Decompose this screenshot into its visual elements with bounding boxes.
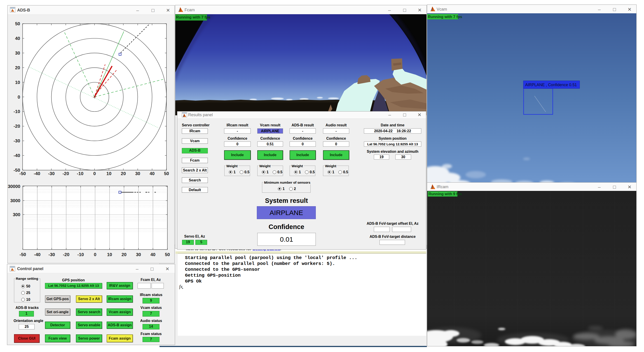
svg-text:30000: 30000 (8, 184, 20, 189)
svg-text:30: 30 (135, 171, 140, 176)
svg-text:10: 10 (107, 252, 112, 257)
svg-text:AIRPLANE , Confidence 0.51: AIRPLANE , Confidence 0.51 (525, 83, 577, 87)
svg-text:40: 40 (15, 36, 20, 41)
svg-text:10: 10 (15, 80, 20, 85)
svg-text:Running with 7 fps: Running with 7 fps (428, 15, 462, 19)
svg-text:-30: -30 (14, 138, 20, 143)
svg-text:30: 30 (15, 50, 20, 55)
svg-text:30: 30 (136, 252, 141, 257)
svg-text:-40: -40 (34, 171, 40, 176)
svg-text:-50: -50 (20, 252, 26, 257)
svg-text:0: 0 (18, 95, 20, 100)
svg-text:-40: -40 (14, 153, 20, 158)
svg-text:-10: -10 (77, 171, 83, 176)
svg-text:50: 50 (164, 171, 169, 176)
svg-text:40: 40 (150, 171, 154, 176)
svg-text:40: 40 (150, 252, 156, 257)
svg-text:3000: 3000 (10, 198, 20, 203)
svg-text:0: 0 (94, 252, 96, 257)
svg-text:20: 20 (121, 171, 126, 176)
svg-text:10: 10 (106, 171, 111, 176)
svg-text:-50: -50 (20, 171, 26, 176)
svg-text:300: 300 (13, 212, 20, 217)
svg-text:-10: -10 (14, 109, 20, 114)
svg-text:-10: -10 (78, 252, 84, 257)
svg-text:20: 20 (122, 252, 126, 257)
svg-text:-30: -30 (48, 171, 55, 176)
svg-text:50: 50 (15, 21, 20, 26)
svg-text:-20: -20 (14, 124, 20, 129)
svg-text:20: 20 (15, 65, 20, 70)
svg-text:0: 0 (93, 171, 96, 176)
svg-text:-20: -20 (63, 252, 70, 257)
svg-text:-30: -30 (48, 252, 55, 257)
svg-text:-20: -20 (62, 171, 69, 176)
svg-text:-40: -40 (34, 252, 41, 257)
svg-text:Running with 9 fps: Running with 9 fps (428, 192, 462, 196)
svg-text:50: 50 (165, 252, 170, 257)
